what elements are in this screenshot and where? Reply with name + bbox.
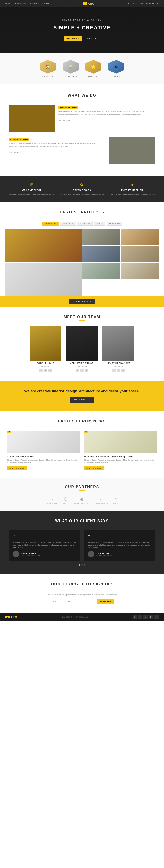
partner-icon-5: ⌂ <box>115 497 117 501</box>
team-role-2: Lead Designer <box>77 366 87 367</box>
testi-avatar-2 <box>88 551 94 557</box>
testi-text-2: Multi-page ad Ipsum facilisis blandit. D… <box>88 541 151 549</box>
partner-3: ▦ CONSTRUCTION <box>74 496 89 504</box>
proj-tab-commercial[interactable]: COMMERCIAL <box>60 222 76 225</box>
proj-tab-all[interactable]: ALL PROJECTS <box>42 222 58 225</box>
social-fb-1[interactable]: f <box>39 369 43 372</box>
nav-link-blog[interactable]: Email <box>128 3 135 5</box>
hero-btn-about[interactable]: ABOUT US <box>84 36 100 41</box>
project-cell-1[interactable] <box>5 229 82 262</box>
nav-link-contactus[interactable]: Contactus <box>146 3 159 5</box>
proj-tab-residential[interactable]: RESIDENTIAL <box>77 222 93 225</box>
news-btn-2[interactable]: CONTINUE READING <box>84 466 104 470</box>
logo-icon-box: ▲ <box>83 2 87 5</box>
features-section: ⊞ WE LOVE SPACE Inspired by nature and c… <box>0 176 164 202</box>
wwd-commercial-tag: COMMERCIAL DESIGN <box>9 138 29 141</box>
news-btn-1[interactable]: CONTINUE READING <box>7 466 27 470</box>
testi-company-1: CEO Creative Three Group <box>21 554 40 556</box>
partner-5: ⌂ REAL <box>114 497 118 504</box>
nav-left-links: Home Products Services About <box>5 3 49 5</box>
hex-label-knowhow: KNOW - HOW <box>64 75 78 78</box>
footer-social-tw[interactable]: t <box>138 615 142 619</box>
hex-shape-devoted: ⭐ <box>85 60 101 73</box>
testi-dot-1[interactable] <box>79 564 80 566</box>
social-tw-3[interactable]: t <box>117 369 120 372</box>
nav-link-about[interactable]: About <box>42 3 49 5</box>
project-cell-6[interactable] <box>5 263 82 296</box>
view-all-button[interactable]: VIEW ALL PROJECT <box>69 299 95 304</box>
cta-section: We are creative interior design, archite… <box>0 380 164 411</box>
wwd-commercial-image <box>109 137 155 164</box>
social-fb-2[interactable]: f <box>76 369 79 372</box>
hero-btn-works[interactable]: OUR WORKS <box>64 36 82 41</box>
hex-shape-knowhow: 💡 <box>63 60 79 73</box>
social-tw-1[interactable]: t <box>44 369 47 372</box>
nav-link-services[interactable]: Services <box>29 3 39 5</box>
signup-button[interactable]: SUBSCRIBE <box>97 599 114 604</box>
testi-avatar-1 <box>13 551 19 557</box>
project-grid <box>5 229 159 296</box>
footer-socials: f t g+ ▶ in <box>132 615 159 619</box>
green-icon: ✿ <box>80 182 84 187</box>
project-cell-5[interactable] <box>121 246 159 262</box>
news-body-1: Etisean ad Bonane Poraus ipsum non donec… <box>7 459 80 464</box>
signup-email-input[interactable] <box>50 599 95 604</box>
wwd-commercial-text: COMMERCIAL DESIGN Maecen tincidunt sapie… <box>9 137 106 154</box>
view-all-bar: VIEW ALL PROJECT <box>0 296 164 307</box>
footer-social-gp[interactable]: g+ <box>144 615 148 619</box>
project-cell-7[interactable] <box>82 263 121 279</box>
partner-name-4: REAL ESTATE <box>95 502 108 504</box>
project-cell-4[interactable] <box>82 246 121 262</box>
social-tw-2[interactable]: t <box>80 369 84 372</box>
footer-social-yt[interactable]: ▶ <box>149 615 153 619</box>
hex-creative: 🏠 CREATIVE <box>40 60 56 78</box>
news-body-2: Etisean ad Bonane Poraus ipsum non donec… <box>84 459 157 464</box>
social-gp-1[interactable]: g+ <box>48 369 52 372</box>
nav-link-email[interactable]: Team <box>137 3 143 5</box>
team-photo-1 <box>30 327 62 361</box>
wwd-commercial-link[interactable]: VIEW SERVICE <box>9 151 20 153</box>
testi-dot-3[interactable] <box>84 564 85 566</box>
social-fb-3[interactable]: f <box>112 369 116 372</box>
project-cell-8[interactable] <box>121 263 159 279</box>
footer-social-in[interactable]: in <box>155 615 159 619</box>
wwd-residential-body: Maecen tincidunt sapien sit amet, consec… <box>58 110 155 116</box>
social-gp-3[interactable]: g+ <box>121 369 125 372</box>
project-cell-2[interactable] <box>82 229 121 245</box>
partner-icon-1: ⌂ <box>50 497 53 501</box>
hex-label-devoted: DEVOTED <box>88 75 98 78</box>
hex-label-caring: CARING <box>112 75 120 78</box>
testi-dot-2[interactable] <box>81 564 83 566</box>
partner-2: ⬡ PEAR <box>63 496 68 504</box>
nav-logo[interactable]: ▲ ARC <box>83 2 94 5</box>
feat-expert-title: EXPERT INTERIOR <box>121 189 143 191</box>
proj-tab-hotels[interactable]: HOTELS <box>94 222 106 225</box>
news-image-1: 26 <box>7 431 80 454</box>
footer-copyright: Copyright © 2016 All Right Reserved <box>62 616 88 618</box>
footer: ▲ ARC Copyright © 2016 All Right Reserve… <box>0 613 164 621</box>
projects-line <box>79 216 85 216</box>
nav-link-products[interactable]: Products <box>14 3 26 5</box>
navbar: Home Products Services About ▲ ARC Email… <box>0 0 164 7</box>
news-card-1: 26 2016 Interior Design Trends Etisean a… <box>7 431 80 470</box>
testi-text-1: Multi-page ad Ipsum facilisis blandit. D… <box>13 541 76 549</box>
wwd-residential-row: RESIDENTIAL DESIGN Maecen tincidunt sapi… <box>9 105 155 132</box>
news-title: LASTEST FROM NEWS <box>7 419 157 423</box>
cta-button[interactable]: KNOW WHO US <box>70 397 94 403</box>
footer-social-fb[interactable]: f <box>132 615 137 619</box>
wwd-residential-link[interactable]: VIEW SERVICE <box>58 119 70 121</box>
hex-knowhow: 💡 KNOW - HOW <box>63 60 79 78</box>
news-line <box>79 425 85 425</box>
feat-green-title: GREEN DESIGN <box>73 189 91 191</box>
nav-link-home[interactable]: Home <box>5 3 11 5</box>
news-card-2: 10 15 Notable Products at ARC Interior D… <box>84 431 157 470</box>
social-gp-2[interactable]: g+ <box>85 369 88 372</box>
wwd-commercial-row: COMMERCIAL DESIGN Maecen tincidunt sapie… <box>9 137 155 164</box>
news-section: LASTEST FROM NEWS 26 2016 Interior Desig… <box>0 411 164 478</box>
team-name-1: RONALD LONG <box>37 362 54 364</box>
proj-tab-renovation[interactable]: RENOVATION <box>107 222 122 225</box>
testi-dots <box>9 564 155 566</box>
testi-title: WHAT OUR CLIENT SAYS <box>9 519 155 523</box>
wwd-residential-text: RESIDENTIAL DESIGN Maecen tincidunt sapi… <box>58 105 155 122</box>
project-cell-3[interactable] <box>121 229 159 245</box>
